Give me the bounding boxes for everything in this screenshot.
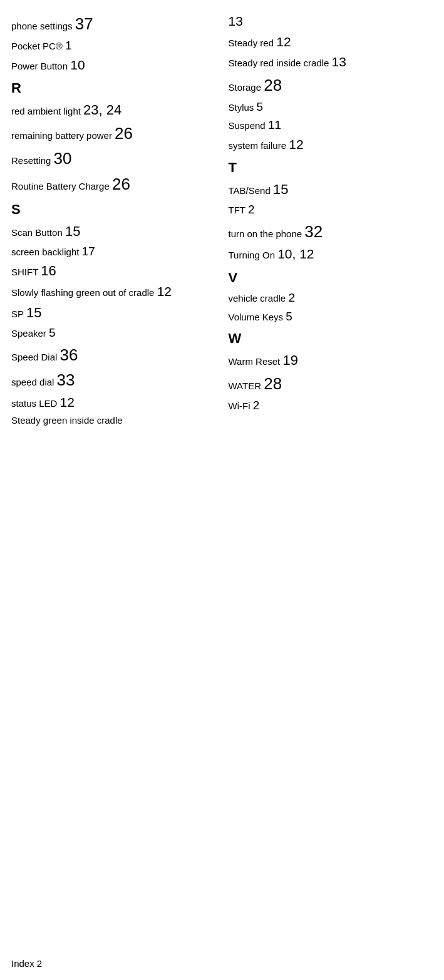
- list-item: turn on the phone 32: [229, 219, 433, 244]
- index-term: remaining battery power: [11, 130, 115, 141]
- index-term: WATER: [229, 380, 264, 391]
- index-term: Steady red inside cradle: [229, 58, 332, 68]
- section-header-t: T: [229, 158, 433, 178]
- list-item: WATER 28: [229, 371, 433, 396]
- index-term: status LED: [11, 398, 60, 409]
- index-term: system failure: [229, 140, 289, 151]
- list-item: Power Button 10: [11, 55, 216, 76]
- page-number: 15: [26, 305, 41, 320]
- list-item: system failure 12: [229, 135, 433, 155]
- page-number: 12: [289, 137, 303, 151]
- page-number: 12: [60, 395, 75, 409]
- page-number: 28: [264, 374, 282, 393]
- index-term: Resetting: [11, 155, 54, 166]
- index-term: phone settings: [11, 21, 75, 31]
- list-item: TFT 2: [229, 200, 433, 218]
- page-number: 2: [248, 203, 255, 216]
- index-term: Stylus: [229, 102, 257, 113]
- page-number: 16: [41, 263, 56, 278]
- list-item: Warm Reset 19: [229, 350, 433, 371]
- footer-label: Index 2: [11, 958, 42, 969]
- page-number: 26: [112, 175, 130, 193]
- page-content: phone settings 37Pocket PC® 1Power Butto…: [0, 0, 444, 465]
- list-item: remaining battery power 26: [11, 121, 216, 146]
- index-term: Suspend: [229, 120, 268, 131]
- index-term: Volume Keys: [229, 312, 286, 322]
- index-term: Steady red: [229, 38, 277, 48]
- page-number: 36: [60, 345, 78, 364]
- index-term: Steady green inside cradle: [11, 415, 123, 426]
- index-term: Routine Battery Charge: [11, 181, 112, 191]
- list-item: Resetting 30: [11, 146, 216, 171]
- page-number: 5: [49, 326, 56, 339]
- list-item: TAB/Send 15: [229, 179, 433, 200]
- index-term: turn on the phone: [229, 228, 305, 239]
- list-item: Pocket PC® 1: [11, 36, 216, 54]
- list-item: vehicle cradle 2: [229, 288, 433, 307]
- index-term: red ambient light: [11, 106, 83, 116]
- page-number: 13: [332, 54, 346, 69]
- footer: Index 2: [11, 958, 42, 969]
- page-number: 1: [65, 39, 72, 52]
- page-number: 2: [288, 291, 295, 304]
- index-term: Slowly flashing green out of cradle: [11, 287, 157, 298]
- page-number: 19: [282, 352, 297, 368]
- page-number: 5: [286, 310, 292, 323]
- index-term: Power Button: [11, 61, 70, 71]
- page-number: 28: [264, 76, 282, 94]
- index-term: speed dial: [11, 377, 57, 387]
- page-number: 5: [257, 100, 264, 113]
- index-term: screen backlight: [11, 247, 82, 257]
- list-item: Suspend 11: [229, 116, 433, 134]
- list-item: red ambient light 23, 24: [11, 100, 216, 121]
- page-number: 32: [304, 222, 323, 241]
- page-number: 15: [273, 181, 288, 197]
- page-number: 17: [82, 245, 95, 258]
- list-item: screen backlight 17: [11, 242, 216, 260]
- list-item: Steady red 12: [229, 32, 433, 53]
- right-column: 13Steady red 12Steady red inside cradle …: [222, 11, 433, 427]
- left-column: phone settings 37Pocket PC® 1Power Butto…: [11, 11, 222, 427]
- list-item: status LED 12: [11, 392, 216, 413]
- index-term: TAB/Send: [229, 185, 273, 196]
- index-term: Storage: [229, 82, 264, 93]
- index-term: SHIFT: [11, 267, 41, 277]
- page-number: 37: [75, 14, 93, 33]
- page-number: 13: [229, 14, 243, 28]
- index-term: Wi-Fi: [229, 401, 253, 411]
- page-number: 26: [115, 124, 133, 143]
- index-term: vehicle cradle: [229, 293, 289, 304]
- page-number: 15: [65, 223, 80, 239]
- list-item: Speed Dial 36: [11, 342, 216, 367]
- list-item: Speaker 5: [11, 324, 216, 342]
- page-number: 2: [253, 399, 260, 412]
- index-term: Scan Button: [11, 227, 65, 238]
- list-item: Scan Button 15: [11, 221, 216, 242]
- section-header-w: W: [229, 329, 433, 349]
- list-item: Wi-Fi 2: [229, 396, 433, 414]
- list-item: 13: [229, 11, 433, 32]
- section-header-v: V: [229, 268, 433, 288]
- list-item: phone settings 37: [11, 11, 216, 36]
- page-number: 11: [268, 118, 281, 131]
- index-term: Speaker: [11, 328, 49, 339]
- page-number: 23, 24: [83, 102, 121, 118]
- list-item: Storage 28: [229, 73, 433, 98]
- section-header-s: S: [11, 200, 216, 220]
- list-item: Stylus 5: [229, 98, 433, 116]
- index-term: Turning On: [229, 250, 278, 260]
- list-item: speed dial 33: [11, 367, 216, 392]
- section-header-r: R: [11, 79, 216, 98]
- list-item: Turning On 10, 12: [229, 244, 433, 265]
- index-term: Speed Dial: [11, 352, 60, 362]
- index-term: TFT: [229, 205, 248, 215]
- list-item: Volume Keys 5: [229, 307, 433, 325]
- list-item: Steady green inside cradle: [11, 413, 216, 427]
- index-term: Warm Reset: [229, 356, 283, 367]
- page-number: 10, 12: [277, 247, 314, 261]
- list-item: SHIFT 16: [11, 260, 216, 282]
- page-number: 12: [276, 34, 291, 49]
- list-item: Steady red inside cradle 13: [229, 52, 433, 73]
- index-term: SP: [11, 309, 26, 319]
- list-item: Slowly flashing green out of cradle 12: [11, 282, 216, 302]
